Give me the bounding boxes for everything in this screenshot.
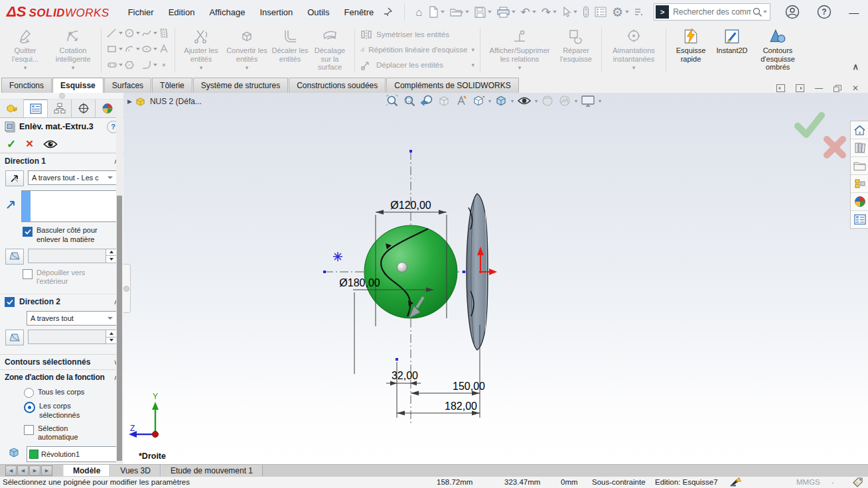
display-relations-dropdown-icon[interactable]: ▾ (518, 65, 522, 71)
new-dropdown-icon[interactable] (441, 11, 445, 13)
taskpane-custom-properties-button[interactable] (851, 211, 868, 228)
hatch-tool-button[interactable] (159, 28, 169, 38)
spline-tool-button[interactable] (141, 28, 157, 38)
exit-sketch-button[interactable]: Quitter l'esqui... ▾ (1, 27, 49, 71)
pm-cancel-button[interactable]: ✕ (25, 138, 34, 150)
draft-outward-checkbox[interactable] (23, 269, 33, 279)
menu-outils[interactable]: Outils (307, 7, 329, 17)
menu-insertion[interactable]: Insertion (259, 7, 293, 17)
pm-ok-button[interactable]: ✓ (7, 137, 16, 151)
pm-scrollbar[interactable] (116, 99, 123, 463)
view-orientation-dropdown-icon[interactable]: ▾ (488, 98, 491, 104)
tab-surfaces[interactable]: Surfaces (104, 78, 151, 93)
taskpane-file-explorer-button[interactable] (851, 157, 868, 175)
open-button[interactable] (449, 6, 470, 18)
point-tool-button[interactable] (159, 60, 169, 70)
direction2-end-condition-select[interactable]: A travers tout (27, 311, 117, 326)
select-dropdown-icon[interactable] (573, 11, 577, 13)
document-name[interactable]: NUS 2 (Défa... (150, 97, 202, 106)
search-input[interactable] (672, 7, 753, 17)
home-button[interactable]: ⌂ (414, 6, 423, 19)
options-list-button[interactable] (593, 6, 608, 18)
tab-configurationmanager[interactable] (48, 99, 72, 117)
redo-dropdown-icon[interactable] (553, 11, 557, 13)
view-settings-button[interactable] (580, 94, 596, 107)
display-relations-button[interactable]: Afficher/Supprimer les relations ▾ (484, 27, 555, 71)
task-scheduler-button[interactable] (633, 7, 644, 17)
selected-contours-header[interactable]: Contours sélectionnés ∨ (0, 354, 123, 369)
sketch-point[interactable] (409, 150, 412, 152)
tab-constructions-soudees[interactable]: Constructions soudées (289, 78, 386, 93)
view-settings-dropdown-icon[interactable]: ▾ (599, 98, 601, 104)
center-grip[interactable] (398, 263, 407, 273)
polygon-tool-button[interactable] (124, 60, 140, 70)
magnetic-lines-button[interactable] (581, 5, 591, 19)
zoom-fit-icon[interactable] (385, 94, 399, 107)
print-dropdown-icon[interactable] (512, 11, 516, 13)
zoom-area-icon[interactable] (402, 94, 417, 107)
panel-drag-handle[interactable] (0, 93, 123, 99)
direction1-end-condition-select[interactable]: A travers tout - Les c (28, 170, 117, 185)
arc-dropdown-icon[interactable] (136, 48, 140, 50)
fillet-tool-button[interactable] (141, 60, 157, 70)
sketch-point[interactable] (323, 271, 326, 273)
save-dropdown-icon[interactable] (488, 11, 492, 13)
pm-preview-eye-icon[interactable] (43, 139, 58, 149)
taskpane-view-palette-button[interactable] (851, 175, 868, 193)
repair-sketch-button[interactable]: Réparer l'esquisse (555, 27, 597, 63)
text-tool-button[interactable] (159, 44, 169, 54)
line-dropdown-icon[interactable] (119, 32, 123, 34)
line-tool-button[interactable] (107, 28, 123, 38)
mirror-entities-button[interactable]: Symétriser les entités (360, 28, 474, 41)
help-icon[interactable]: ? (817, 5, 832, 19)
panel-splitter-handle[interactable] (123, 264, 131, 313)
origin-asterisk-icon[interactable] (333, 252, 342, 261)
new-document-button[interactable] (427, 5, 446, 19)
account-icon[interactable] (785, 5, 800, 19)
hide-annotations-icon[interactable] (454, 94, 469, 107)
circle-dropdown-icon[interactable] (136, 32, 140, 34)
snaps-dropdown-icon[interactable]: ▾ (632, 65, 636, 71)
doc-minimize-button[interactable]: — (815, 84, 823, 93)
direction2-draft-button[interactable] (5, 330, 24, 345)
redo-button[interactable]: ↷ (540, 6, 558, 19)
tab-vues-3d[interactable]: Vues 3D (110, 465, 161, 477)
trim-dropdown-icon[interactable]: ▾ (200, 65, 203, 71)
pm-scrollbar-thumb[interactable] (117, 196, 122, 461)
direction2-draft-angle-input[interactable] (28, 330, 117, 344)
direction1-selection-box[interactable] (21, 190, 117, 222)
surface-offset-button[interactable]: Décalage sur la surface (309, 27, 350, 72)
instant2d-button[interactable]: Instant2D (711, 27, 753, 55)
view-orientation-button[interactable] (471, 94, 486, 107)
dimension-d180[interactable]: Ø180,00 (339, 277, 380, 288)
previous-view-icon[interactable] (419, 94, 434, 107)
taskpane-design-library-button[interactable] (851, 139, 868, 157)
feature-tree-flyout[interactable]: ▶ NUS 2 (Défa... (127, 96, 202, 107)
direction1-header[interactable]: Direction 1 ∧ (0, 153, 123, 168)
menu-edition[interactable]: Edition (169, 7, 195, 17)
shaded-contours-button[interactable]: Contours d'esquisse ombrés (753, 27, 803, 72)
confirm-cancel-button[interactable] (827, 139, 843, 155)
direction1-draft-angle-input[interactable] (28, 249, 117, 263)
rectangle-tool-button[interactable] (107, 44, 123, 54)
pane-left-icon[interactable] (776, 84, 785, 92)
display-style-button[interactable] (494, 94, 508, 107)
direction2-header[interactable]: Direction 2 ∧ (0, 294, 123, 309)
search-icon[interactable] (753, 7, 762, 17)
section-view-icon[interactable] (437, 94, 451, 107)
move-dropdown-icon[interactable]: ▾ (471, 62, 474, 68)
linear-pattern-dropdown-icon[interactable]: ▾ (471, 46, 474, 53)
save-button[interactable] (473, 6, 493, 19)
draft-angle-spinner[interactable] (106, 249, 116, 263)
tab-nav-last-button[interactable]: ▶ (41, 465, 52, 476)
status-units[interactable]: MMGS (796, 478, 820, 486)
smart-dimension-button[interactable]: Cotation intelligente ▾ (49, 27, 97, 71)
slot-dropdown-icon[interactable] (119, 64, 123, 66)
slot-tool-button[interactable] (107, 60, 123, 70)
ellipse-tool-button[interactable] (141, 44, 157, 54)
print-button[interactable] (496, 6, 517, 19)
options-button[interactable]: ⚙ (611, 5, 630, 19)
select-button[interactable] (561, 6, 579, 18)
taskpane-home-button[interactable] (851, 121, 868, 139)
instant-snaps-button[interactable]: Aimantations instantanées ▾ (606, 27, 662, 71)
